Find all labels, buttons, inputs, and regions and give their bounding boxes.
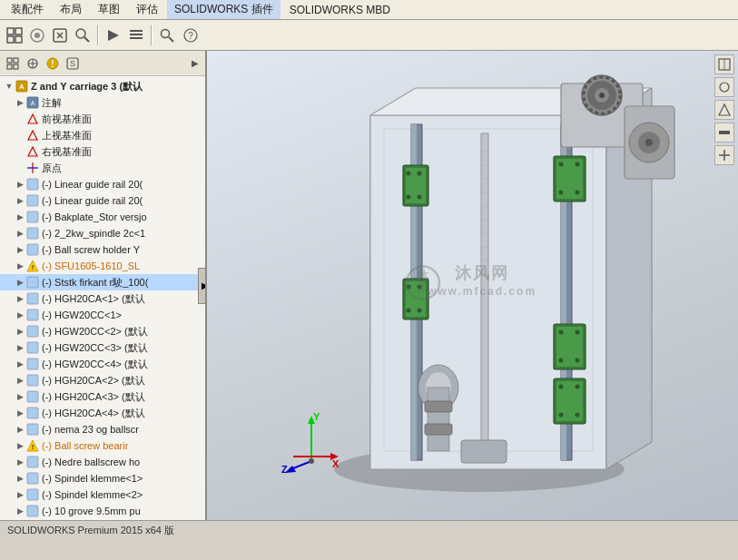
svg-rect-21 (7, 64, 12, 69)
item16-icon (25, 357, 40, 371)
tree-item-16[interactable]: ▶ (-) HGW20CC<4> (默认 (0, 356, 205, 372)
toolbar-btn-1[interactable] (4, 25, 25, 46)
tree-item-18[interactable]: ▶ (-) HGH20CA<3> (默认 (0, 388, 205, 405)
view-icon-1[interactable] (714, 54, 734, 74)
tree-item-21-warning[interactable]: ▶ ! (-) Ball screw bearir (0, 437, 205, 454)
svg-rect-1 (15, 28, 22, 34)
svg-point-122 (599, 93, 605, 98)
toolbar-btn-6[interactable] (125, 25, 147, 46)
view-icon-2[interactable] (714, 77, 734, 97)
tree-item-12[interactable]: ▶ (-) HGH20CA<1> (默认 (0, 290, 205, 307)
top-plane-expand[interactable] (15, 130, 25, 141)
tree-item-22[interactable]: ▶ (-) Nedre ballscrew ho (0, 454, 205, 470)
tree-item-7[interactable]: ▶ (-) Bakplate_Stor versjo (0, 209, 205, 225)
toolbar-search[interactable] (156, 25, 178, 46)
tree-item-14[interactable]: ▶ (-) HGW20CC<2> (默认 (0, 323, 205, 339)
panel-expand-arrow[interactable]: ▶ (189, 57, 202, 70)
item23-expand[interactable]: ▶ (15, 473, 25, 484)
right-plane-expand[interactable] (15, 146, 25, 157)
item15-expand[interactable]: ▶ (15, 342, 25, 353)
view-icon-5[interactable] (714, 145, 734, 165)
menu-evaluate[interactable]: 评估 (129, 0, 165, 19)
svg-rect-59 (27, 473, 38, 484)
toolbar-help[interactable]: ? (180, 25, 202, 46)
item9-expand[interactable]: ▶ (15, 244, 25, 255)
tree-item-11-selected[interactable]: ▶ (-) St‌stk firkant r駛_100( (0, 274, 205, 290)
item14-expand[interactable]: ▶ (15, 326, 25, 337)
tree-item-25[interactable]: ▶ (-) 10 grove 9.5mm pu (0, 503, 205, 519)
annotation-expand[interactable]: ▶ (15, 97, 25, 108)
tree-item-13[interactable]: ▶ (-) HGW20CC<1> (0, 307, 205, 323)
svg-point-99 (418, 309, 422, 313)
menu-sketch[interactable]: 草图 (91, 0, 127, 19)
item7-expand[interactable]: ▶ (15, 211, 25, 222)
tree-item-10-warning[interactable]: ▶ ! (-) SFU1605-1610_SL (0, 258, 205, 274)
tree-item-9[interactable]: ▶ (-) Ball screw holder Y (0, 241, 205, 258)
panel-icon-3[interactable]: ! (44, 54, 62, 73)
item24-expand[interactable]: ▶ (15, 489, 25, 500)
svg-point-109 (576, 330, 580, 335)
item13-icon (25, 308, 40, 322)
view-icon-4[interactable] (714, 123, 734, 142)
menu-layout[interactable]: 布局 (53, 0, 89, 19)
toolbar-btn-3[interactable] (49, 25, 71, 46)
tree-item-24[interactable]: ▶ (-) Spindel klemme<2> (0, 486, 205, 503)
panel-collapse-btn[interactable]: ▶ (198, 268, 207, 304)
svg-marker-152 (719, 104, 730, 115)
item11-expand[interactable]: ▶ (15, 277, 25, 288)
tree-item-6[interactable]: ▶ (-) Linear guide rail 20( (0, 192, 205, 209)
item6-expand[interactable]: ▶ (15, 195, 25, 206)
menu-assemby[interactable]: 装配件 (4, 0, 51, 19)
tree-item-15[interactable]: ▶ (-) HGW20CC<3> (默认 (0, 339, 205, 356)
menu-solidworks-mbd[interactable]: SOLIDWORKS MBD (282, 2, 398, 18)
tree-item-20[interactable]: ▶ (-) nema 23 og ballscr (0, 421, 205, 437)
item8-expand[interactable]: ▶ (15, 228, 25, 239)
menu-solidworks-plugin[interactable]: SOLIDWORKS 插件 (167, 0, 280, 19)
svg-rect-13 (130, 37, 143, 39)
item12-expand[interactable]: ▶ (15, 293, 25, 304)
tree-item-top-plane[interactable]: 上视基准面 (0, 127, 205, 143)
item21-expand[interactable]: ▶ (15, 440, 25, 451)
toolbar-btn-5[interactable] (103, 25, 124, 46)
panel-icon-1[interactable] (4, 54, 22, 73)
item22-expand[interactable]: ▶ (15, 457, 25, 467)
item9-icon (25, 242, 40, 257)
panel-icon-4[interactable]: S (64, 54, 82, 73)
item19-icon (25, 406, 40, 420)
item25-expand[interactable]: ▶ (15, 506, 25, 516)
panel-icon-2[interactable] (24, 54, 42, 73)
tree-item-right-plane[interactable]: 右视基准面 (0, 143, 205, 160)
tree-item-annotation[interactable]: ▶ A 注解 (0, 94, 205, 111)
tree-item-front-plane[interactable]: 前视基准面 (0, 111, 205, 127)
tree-item-23[interactable]: ▶ (-) Spindel klemme<1> (0, 470, 205, 486)
item10-expand[interactable]: ▶ (15, 260, 25, 271)
item16-expand[interactable]: ▶ (15, 359, 25, 369)
view-icon-3[interactable] (714, 100, 734, 120)
toolbar-btn-2[interactable] (26, 25, 48, 46)
front-plane-expand[interactable] (15, 113, 25, 124)
tree-item-8[interactable]: ▶ (-) 2_2kw_spindle 2c<1 (0, 225, 205, 241)
item25-icon (25, 504, 40, 518)
item19-expand[interactable]: ▶ (15, 408, 25, 418)
item24-icon (25, 487, 40, 502)
root-expand-icon[interactable]: ▼ (4, 81, 15, 92)
origin-expand[interactable] (15, 162, 25, 173)
item18-expand[interactable]: ▶ (15, 391, 25, 402)
tree-item-origin[interactable]: 原点 (0, 160, 205, 176)
item17-expand[interactable]: ▶ (15, 375, 25, 386)
item22-label: (-) Nedre ballscrew ho (40, 457, 203, 467)
svg-point-9 (76, 29, 85, 38)
svg-text:A: A (19, 83, 25, 91)
feature-tree[interactable]: ▼ A Z and Y carriage 3 (默认 ▶ A (0, 76, 205, 520)
item20-expand[interactable]: ▶ (15, 424, 25, 435)
item5-expand[interactable]: ▶ (15, 179, 25, 190)
tree-root-item[interactable]: ▼ A Z and Y carriage 3 (默认 (0, 78, 205, 94)
tree-item-26[interactable]: ▶ (-) 30 grove 9.5mm pu (0, 519, 205, 520)
tree-item-19[interactable]: ▶ (-) HGH20CA<4> (默认 (0, 405, 205, 421)
toolbar-btn-4[interactable] (72, 25, 93, 46)
tree-item-5[interactable]: ▶ (-) Linear guide rail 20( (0, 176, 205, 192)
item13-expand[interactable]: ▶ (15, 309, 25, 320)
tree-item-17[interactable]: ▶ (-) HGH20CA<2> (默认 (0, 372, 205, 388)
svg-point-143 (309, 458, 314, 464)
viewport[interactable]: Y X Z 沐 风 沐风网 www.mfcad.com (207, 51, 738, 520)
